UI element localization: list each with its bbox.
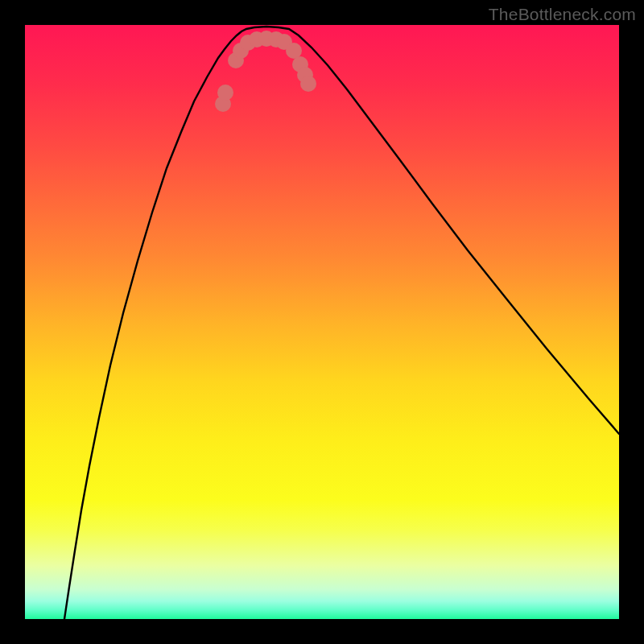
marker-dot [217, 85, 233, 101]
chart-frame: TheBottleneck.com [0, 0, 644, 644]
curve-layer [25, 25, 619, 619]
watermark-text: TheBottleneck.com [489, 5, 636, 24]
marker-dot [300, 76, 316, 92]
bottleneck-curve [64, 27, 619, 619]
marker-dot [286, 43, 302, 59]
plot-area [25, 25, 619, 619]
